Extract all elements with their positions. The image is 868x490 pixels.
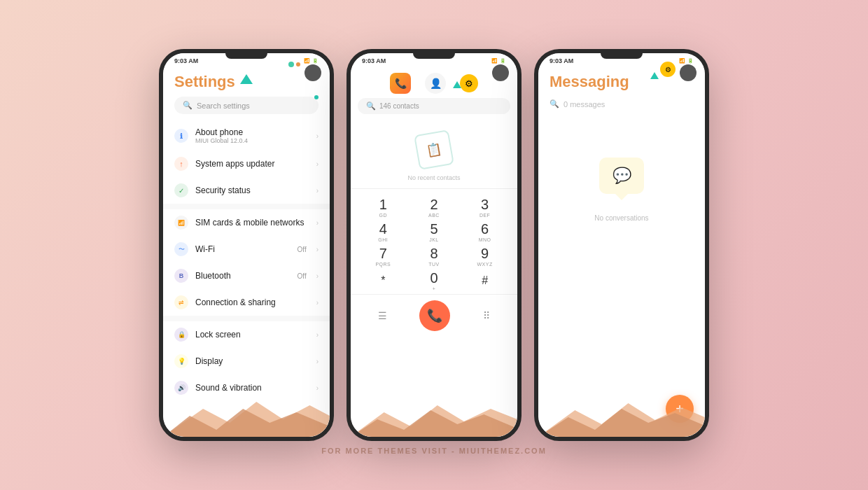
sound-arrow: › <box>316 384 318 392</box>
mountain-deco-3 <box>538 395 705 437</box>
system-apps-content: System apps updater <box>195 159 309 169</box>
lockscreen-content: Lock screen <box>195 330 309 340</box>
settings-item-lockscreen[interactable]: 🔒 Lock screen › <box>163 321 330 348</box>
menu-icon[interactable]: ☰ <box>378 310 387 321</box>
divider-1 <box>163 204 330 209</box>
dialpad-row-2: 4 GHI 5 JKL 6 MNO <box>358 220 510 242</box>
wifi-arrow: › <box>316 246 318 253</box>
about-phone-arrow: › <box>316 132 318 140</box>
status-icons-3: 📶 🔋 <box>679 58 694 64</box>
notch-2 <box>413 53 455 59</box>
recent-contacts-empty: 📋 No recent contacts <box>351 118 517 188</box>
status-icons-1: 📶 🔋 <box>304 58 318 64</box>
phone-contacts: 9:03 AM 📶 🔋 📞 👤 ⚙ <box>346 49 522 441</box>
bluetooth-label: Bluetooth <box>195 271 290 281</box>
settings-item-display[interactable]: 💡 Display › <box>163 348 330 374</box>
settings-item-system-apps[interactable]: ↑ System apps updater › <box>163 150 330 177</box>
dialpad-key-9[interactable]: 9 WXYZ <box>468 245 503 267</box>
dialpad-key-star[interactable]: * <box>365 274 400 287</box>
about-phone-icon: ℹ <box>174 129 188 143</box>
settings-list: ℹ About phone MIUI Global 12.0.4 › ↑ Sys… <box>163 118 330 404</box>
gear-icon[interactable]: ⚙ <box>460 74 478 92</box>
whatsapp-icon[interactable]: 📞 <box>390 73 411 94</box>
dialpad-row-1: 1 GD 2 ABC 3 DEF <box>358 196 510 218</box>
svg-marker-3 <box>453 81 461 88</box>
dialpad-key-7[interactable]: 7 PQRS <box>365 245 400 267</box>
sound-icon: 🔊 <box>174 381 188 395</box>
messaging-search[interactable]: 🔍 0 messages <box>550 97 694 111</box>
no-conversations-label: No conversations <box>594 214 648 222</box>
display-icon: 💡 <box>174 354 188 368</box>
search-icon-settings: 🔍 <box>183 101 192 110</box>
bluetooth-value: Off <box>298 272 307 280</box>
contacts-icon[interactable]: 👤 <box>425 73 446 94</box>
messaging-empty: 💬 No conversations <box>538 158 705 222</box>
lockscreen-label: Lock screen <box>195 330 309 340</box>
watermark: FOR MORE THEMES VISIT - MIUITHEMEZ.COM <box>321 447 547 455</box>
security-arrow: › <box>316 187 318 195</box>
wifi-icon: 〜 <box>174 242 188 256</box>
connection-label: Connection & sharing <box>195 298 309 307</box>
display-content: Display <box>195 356 309 366</box>
security-label: Security status <box>195 186 309 195</box>
contact-count: 146 contacts <box>379 102 419 110</box>
dialpad-row-4: * 0 + # <box>358 270 510 291</box>
keypad-icon[interactable]: ⠿ <box>483 310 490 321</box>
message-count: 0 messages <box>564 100 605 108</box>
system-apps-arrow: › <box>316 160 318 168</box>
settings-item-sim[interactable]: 📶 SIM cards & mobile networks › <box>163 209 330 236</box>
system-apps-label: System apps updater <box>195 159 309 169</box>
sound-content: Sound & vibration <box>195 383 309 393</box>
phone3-screen: ⚙ 9:03 AM 📶 🔋 Messaging <box>538 53 705 437</box>
settings-item-connection[interactable]: ⇌ Connection & sharing › <box>163 289 330 316</box>
sound-label: Sound & vibration <box>195 383 309 393</box>
dialpad-key-4[interactable]: 4 GHI <box>365 220 400 242</box>
dialpad-key-8[interactable]: 8 TUV <box>416 245 451 267</box>
time-2: 9:03 AM <box>362 57 386 64</box>
dialpad-key-6[interactable]: 6 MNO <box>468 220 503 242</box>
security-content: Security status <box>195 186 309 195</box>
dialer-bottom-nav: ☰ 📞 ⠿ <box>351 294 517 334</box>
dialpad-key-5[interactable]: 5 JKL <box>416 220 451 242</box>
status-icons-2: 📶 🔋 <box>491 58 506 64</box>
settings-item-about-phone[interactable]: ℹ About phone MIUI Global 12.0.4 › <box>163 121 330 150</box>
dialpad-key-0[interactable]: 0 + <box>416 270 451 291</box>
search-icon-contacts: 🔍 <box>366 102 376 111</box>
settings-item-wifi[interactable]: 〜 Wi-Fi Off › <box>163 236 330 262</box>
phone-settings: 9:03 AM 📶 🔋 Settings <box>159 49 334 441</box>
dialpad-key-1[interactable]: 1 GD <box>365 196 400 218</box>
search-bar-settings[interactable]: 🔍 Search settings <box>174 97 318 114</box>
dialpad-key-3[interactable]: 3 DEF <box>468 196 503 218</box>
lockscreen-icon: 🔒 <box>174 328 188 342</box>
contacts-search[interactable]: 🔍 146 contacts <box>358 98 510 114</box>
phone-messaging: ⚙ 9:03 AM 📶 🔋 Messaging <box>534 49 709 441</box>
wifi-label: Wi-Fi <box>195 244 290 254</box>
mountain-deco-2 <box>351 395 517 437</box>
lockscreen-arrow: › <box>316 331 318 339</box>
dialpad-key-hash[interactable]: # <box>468 274 503 287</box>
dialpad-key-2[interactable]: 2 ABC <box>416 196 451 218</box>
messaging-title: Messaging <box>550 73 629 91</box>
search-placeholder: Search settings <box>197 102 250 110</box>
system-apps-icon: ↑ <box>174 157 188 171</box>
svg-marker-0 <box>240 74 253 84</box>
display-arrow: › <box>316 358 318 365</box>
call-button[interactable]: 📞 <box>419 300 450 331</box>
notch-1 <box>225 53 267 59</box>
divider-2 <box>163 316 330 321</box>
settings-title: Settings <box>174 73 235 91</box>
settings-item-security[interactable]: ✓ Security status › <box>163 177 330 204</box>
bluetooth-icon: B <box>174 269 188 283</box>
connection-content: Connection & sharing <box>195 298 309 307</box>
about-phone-content: About phone MIUI Global 12.0.4 <box>195 127 309 144</box>
settings-item-bluetooth[interactable]: B Bluetooth Off › <box>163 262 330 289</box>
dialpad: 1 GD 2 ABC 3 DEF 4 GHI <box>351 193 517 294</box>
message-bubble-icon: 💬 <box>599 158 644 194</box>
phone1-screen: 9:03 AM 📶 🔋 Settings <box>163 53 330 437</box>
about-phone-sublabel: MIUI Global 12.0.4 <box>195 137 309 144</box>
svg-marker-6 <box>650 72 659 79</box>
security-icon: ✓ <box>174 183 188 197</box>
sim-arrow: › <box>316 219 318 227</box>
sim-content: SIM cards & mobile networks <box>195 218 309 227</box>
sim-icon: 📶 <box>174 216 188 230</box>
